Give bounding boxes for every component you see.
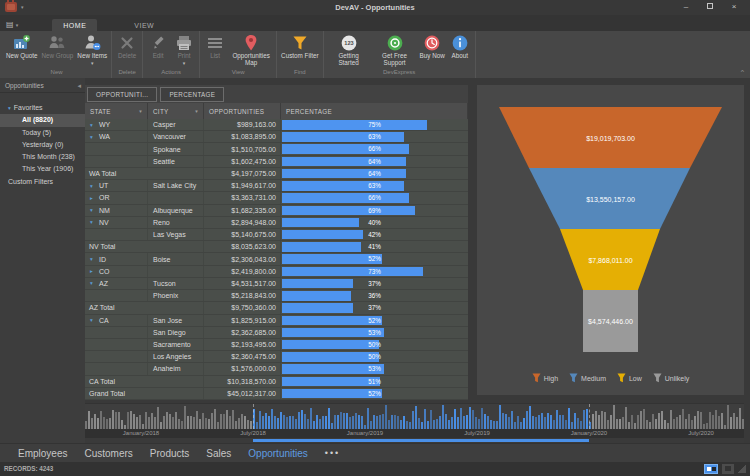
sidebar-item-all-8820[interactable]: All (8820) — [0, 114, 85, 126]
legend-item-high[interactable]: High — [532, 373, 558, 384]
spark-bar — [505, 414, 507, 429]
table-row[interactable]: ▾IDBoise$2,306,043.0052% — [85, 253, 468, 265]
tab-percentage[interactable]: PERCENTAGE — [160, 87, 224, 102]
nav-item-products[interactable]: Products — [150, 448, 189, 459]
table-row[interactable]: Phoenix$5,218,843.0036% — [85, 290, 468, 302]
chevron-down-icon[interactable]: ▾ — [90, 280, 96, 286]
table-total-row[interactable]: CA Total$10,318,570.0051% — [85, 376, 468, 388]
table-total-row[interactable]: AZ Total$9,750,360.0037% — [85, 302, 468, 314]
collapse-panel-icon[interactable]: ◂ — [77, 78, 81, 93]
new-quote-button[interactable]: New Quote — [4, 31, 40, 59]
application-menu-button[interactable]: ▤ ▾ — [6, 20, 18, 29]
filter-icon[interactable]: ▼ — [138, 109, 143, 114]
table-row[interactable]: San Diego$2,362,685.0053% — [85, 327, 468, 339]
about-button[interactable]: About — [447, 31, 473, 59]
chevron-down-icon[interactable]: ▾ — [90, 256, 96, 262]
spark-bar — [655, 419, 657, 429]
filter-icon[interactable]: ▼ — [194, 109, 199, 114]
table-row[interactable]: ▾CASan Jose$1,825,915.0052% — [85, 315, 468, 327]
opportunities-cell: $2,306,043.00 — [204, 253, 281, 264]
sidebar-item-favorites[interactable]: ▾Favorites — [0, 102, 85, 114]
opportunities-cell: $4,531,517.00 — [204, 278, 281, 289]
sidebar-item-today-5[interactable]: Today (5) — [0, 127, 85, 139]
table-row[interactable]: ▾UTSalt Lake City$1,949,617.0063% — [85, 180, 468, 192]
sidebar-item-this-month-238[interactable]: This Month (238) — [0, 151, 85, 163]
table-row[interactable]: Anaheim$1,576,000.0053% — [85, 363, 468, 375]
table-row[interactable]: Sacramento$2,193,495.0050% — [85, 339, 468, 351]
custom-filter-button[interactable]: Custom Filter — [279, 31, 320, 59]
column-header-opportunities[interactable]: OPPORTUNITIES — [204, 103, 281, 119]
spark-bar — [328, 408, 330, 429]
chevron-right-icon[interactable]: ▸ — [90, 268, 96, 274]
column-header-city[interactable]: CITY ▼ — [148, 103, 204, 119]
layout-toggle-active-icon[interactable] — [704, 464, 718, 474]
sidebar-item-yesterday-0[interactable]: Yesterday (0) — [0, 139, 85, 151]
spark-bar — [145, 412, 147, 429]
ribbon-tab-home[interactable]: HOME — [52, 19, 97, 31]
table-total-row[interactable]: NV Total$8,035,623.0041% — [85, 241, 468, 253]
timeline-label: January/2018 — [123, 430, 159, 436]
tab-opportunities[interactable]: OPPORTUNITI... — [87, 87, 157, 102]
selection-handle[interactable] — [253, 404, 254, 429]
table-row[interactable]: ▾WAVancouver$1,083,895.0063% — [85, 131, 468, 143]
table-row[interactable]: Spokane$1,510,705.0066% — [85, 143, 468, 155]
sidebar-item-this-year-1906[interactable]: This Year (1906) — [0, 163, 85, 175]
new-items-button[interactable]: New Items▾ — [75, 31, 109, 66]
selection-handle[interactable] — [589, 404, 590, 429]
spark-bar — [313, 421, 315, 429]
nav-more-button[interactable]: ••• — [325, 448, 340, 458]
ribbon-group-actions: EditPrint▾Actions — [143, 31, 200, 78]
table-row[interactable]: ▸CO$2,419,800.0073% — [85, 266, 468, 278]
buy-now-button[interactable]: Buy Now — [418, 31, 447, 59]
chevron-down-icon[interactable]: ▾ — [90, 183, 96, 189]
opportunities-cell: $5,218,843.00 — [204, 290, 281, 301]
table-row[interactable]: Los Angeles$2,360,475.0050% — [85, 351, 468, 363]
table-row[interactable]: ▾WYCasper$989,163.0075% — [85, 119, 468, 131]
legend-item-unlikely[interactable]: Unlikely — [653, 373, 690, 384]
table-total-row[interactable]: WA Total$4,197,075.0064% — [85, 168, 468, 180]
chevron-down-icon[interactable]: ▾ — [90, 219, 96, 225]
table-row[interactable]: Seattle$1,602,475.0064% — [85, 156, 468, 168]
minimize-button[interactable]: – — [674, 0, 698, 15]
nav-item-sales[interactable]: Sales — [206, 448, 231, 459]
spark-bar — [649, 422, 651, 429]
ribbon-group-caption: Delete — [114, 68, 140, 78]
chevron-down-icon[interactable]: ▾ — [90, 207, 96, 213]
chevron-down-icon[interactable]: ▾ — [90, 134, 96, 140]
chevron-down-icon[interactable]: ▾ — [90, 317, 96, 323]
ribbon-collapse-icon[interactable]: ^ — [741, 70, 744, 76]
sidebar-item-custom-filters[interactable]: Custom Filters — [0, 176, 85, 188]
nav-item-customers[interactable]: Customers — [84, 448, 132, 459]
nav-item-employees[interactable]: Employees — [18, 448, 67, 459]
legend-item-medium[interactable]: Medium — [569, 373, 606, 384]
spark-bar — [301, 410, 303, 429]
spark-bar — [631, 415, 633, 429]
ribbon-tab-view[interactable]: VIEW — [123, 19, 165, 31]
table-row[interactable]: ▾AZTucson$4,531,517.0037% — [85, 278, 468, 290]
chevron-right-icon[interactable]: ▸ — [90, 195, 96, 201]
layout-toggle-icon[interactable] — [722, 464, 734, 474]
table-row[interactable]: Las Vegas$5,140,675.0042% — [85, 229, 468, 241]
spark-bar — [115, 412, 117, 429]
table-row[interactable]: ▾NVReno$2,894,948.0040% — [85, 217, 468, 229]
column-header-percentage[interactable]: PERCENTAGE — [281, 103, 468, 119]
resize-grip[interactable] — [738, 465, 746, 473]
nav-item-opportunities[interactable]: Opportunities — [248, 448, 307, 459]
column-header-state[interactable]: STATE ▼ — [85, 103, 148, 119]
opportunities-map-button[interactable]: Opportunities Map — [228, 31, 274, 67]
table-total-row[interactable]: Grand Total$45,012,317.0052% — [85, 388, 468, 400]
legend-item-low[interactable]: Low — [617, 373, 642, 384]
chevron-down-icon[interactable]: ▾ — [90, 122, 96, 128]
state-cell: ▸CO — [85, 266, 148, 277]
maximize-button[interactable] — [698, 0, 722, 15]
percentage-cell: 63% — [281, 131, 468, 142]
get-free-support-button[interactable]: Get Free Support — [372, 31, 418, 67]
table-row[interactable]: ▸OR$3,363,731.0066% — [85, 192, 468, 204]
close-button[interactable]: × — [722, 0, 746, 15]
timeline-sparkline[interactable] — [85, 404, 744, 429]
table-row[interactable]: ▾NMAlbuquerque$1,682,335.0069% — [85, 205, 468, 217]
timeline-range-control[interactable]: January/2018July/2018January/2019July/20… — [85, 403, 744, 443]
percentage-cell: 64% — [281, 156, 468, 167]
timeline-range-thumb[interactable] — [253, 439, 589, 442]
getting-started-button[interactable]: 123Getting Started — [326, 31, 372, 67]
